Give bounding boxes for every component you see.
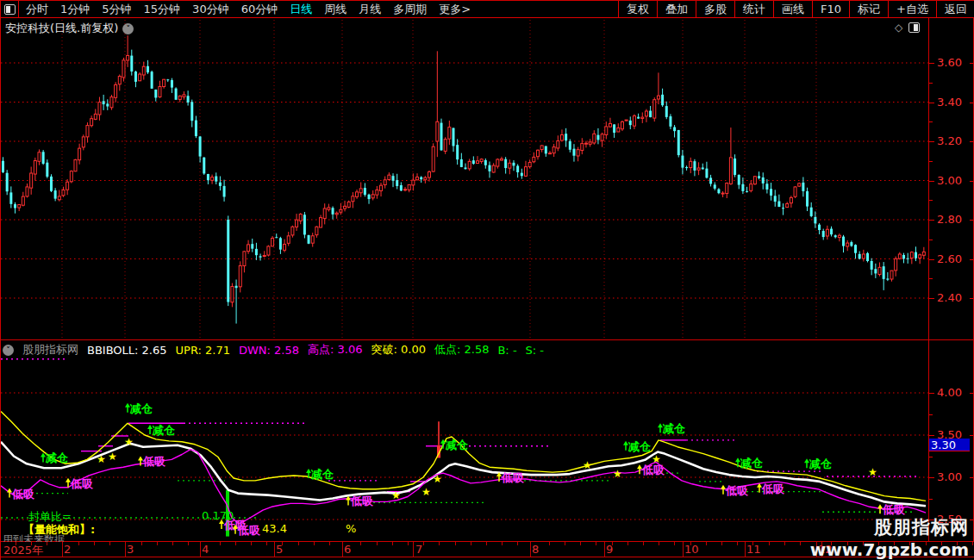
menu-item-2[interactable]: 1分钟: [60, 2, 90, 17]
candle: [207, 174, 209, 184]
tool-menu-item-3[interactable]: 多股: [696, 1, 734, 17]
axis-small-tick: [769, 542, 770, 545]
candle: [633, 115, 635, 129]
menu-item-9[interactable]: 月线: [359, 2, 381, 17]
axis-small-tick: [16, 542, 16, 545]
candle: [790, 196, 792, 208]
chevron-down-icon[interactable]: ˅: [122, 23, 134, 34]
candle: [308, 235, 310, 245]
indicator-chart[interactable]: ★★★★★★★★★★减仓减仓减仓减仓减仓减仓减仓减仓减仓低吸低吸低吸低吸低吸低吸…: [1, 340, 928, 541]
axis-tick: [929, 63, 934, 64]
candle: [641, 112, 644, 122]
candle: [496, 159, 499, 169]
candle: [786, 202, 789, 208]
candle: [717, 188, 720, 194]
candle: [371, 190, 374, 201]
volume-saturation-label: 【量能饱和】:: [23, 522, 95, 538]
candle: [500, 157, 503, 161]
candle: [665, 102, 668, 119]
axis-minor-tick: [929, 240, 933, 240]
candle: [613, 124, 615, 138]
candle: [814, 211, 816, 227]
frame-tick: [970, 393, 973, 394]
candle: [557, 135, 559, 151]
axis-minor-tick: [929, 161, 933, 162]
frame-tick: [970, 220, 973, 221]
candle: [70, 171, 72, 184]
menu-item-7[interactable]: 日线: [290, 2, 312, 17]
month-divider: [604, 542, 605, 557]
candle: [770, 183, 772, 201]
candle: [380, 183, 383, 196]
svg-text:低吸: 低吸: [70, 477, 94, 490]
candle: [122, 58, 125, 82]
tools-menu: 复权叠加多股统计画线F10标记+自选返回: [618, 1, 974, 17]
axis-small-tick: [78, 542, 79, 545]
svg-text:减仓: 减仓: [45, 451, 68, 464]
tool-menu-item-5[interactable]: 画线: [773, 1, 812, 17]
axis-price-label: 2.60: [937, 252, 962, 265]
tool-menu-item-6[interactable]: F10: [812, 1, 849, 17]
candle: [584, 140, 587, 147]
candle: [91, 115, 93, 128]
candle: [637, 114, 640, 119]
tool-menu-item-9[interactable]: 返回: [936, 1, 974, 17]
axis-small-tick: [31, 542, 32, 545]
tool-menu-item-1[interactable]: 复权: [618, 1, 657, 17]
menu-item-10[interactable]: 多周期: [393, 2, 427, 17]
menu-item-8[interactable]: 周线: [324, 2, 347, 17]
candle: [231, 283, 234, 308]
candle: [78, 144, 81, 165]
candle: [854, 244, 857, 258]
tool-menu-item-7[interactable]: 标记: [849, 1, 888, 17]
star-marker: ★: [124, 436, 134, 448]
axis-price-label: 2.80: [937, 213, 962, 226]
candle: [106, 99, 109, 110]
svg-text:低吸: 低吸: [641, 464, 665, 476]
diamond-icon[interactable]: ◇: [895, 22, 902, 34]
menu-item-5[interactable]: 30分钟: [192, 2, 229, 17]
menu-item-4[interactable]: 15分钟: [144, 2, 181, 17]
star-marker: ★: [868, 466, 877, 478]
tool-menu-item-8[interactable]: +自选: [888, 1, 936, 17]
candle: [661, 89, 664, 107]
panel-layout-icon[interactable]: [908, 22, 920, 33]
candle: [741, 177, 744, 194]
month-label: 4: [202, 543, 209, 556]
candle: [609, 118, 611, 128]
star-marker: ★: [613, 468, 622, 480]
candle: [142, 62, 145, 80]
menu-item-6[interactable]: 60分钟: [241, 2, 278, 17]
menu-item-11[interactable]: 更多>: [439, 2, 471, 17]
star-marker: ★: [97, 453, 106, 465]
candle: [320, 215, 322, 228]
svg-text:减仓: 减仓: [310, 468, 334, 481]
menu-item-3[interactable]: 5分钟: [102, 2, 131, 17]
month-label: 3: [127, 543, 134, 556]
candle: [806, 188, 809, 211]
watermark-site-name: 股朋指标网: [810, 515, 969, 539]
axis-small-tick: [423, 542, 424, 545]
buy-signal-label: 低吸: [138, 455, 166, 468]
main-candlestick-chart[interactable]: [1, 18, 928, 339]
watermark-url: www.7gpzb.com: [810, 539, 969, 560]
candle: [629, 116, 632, 129]
svg-text:减仓: 减仓: [129, 402, 153, 415]
candle: [605, 121, 608, 139]
volume-saturation-value: 43.4: [262, 522, 287, 535]
candle: [376, 186, 378, 199]
candle: [243, 251, 246, 272]
axis-small-tick: [752, 542, 753, 545]
tool-menu-item-4[interactable]: 统计: [734, 1, 773, 17]
axis-small-tick: [392, 542, 393, 545]
buy-signal-label: 低吸: [877, 503, 906, 516]
candle: [593, 130, 596, 145]
candle: [118, 74, 121, 90]
candle: [199, 136, 202, 163]
layout-toggle-button[interactable]: [1, 1, 19, 17]
candle: [323, 203, 326, 224]
tool-menu-item-2[interactable]: 叠加: [657, 1, 696, 17]
menu-item-1[interactable]: 分时: [26, 2, 48, 17]
candle: [871, 258, 873, 276]
svg-text:低吸: 低吸: [350, 495, 374, 507]
